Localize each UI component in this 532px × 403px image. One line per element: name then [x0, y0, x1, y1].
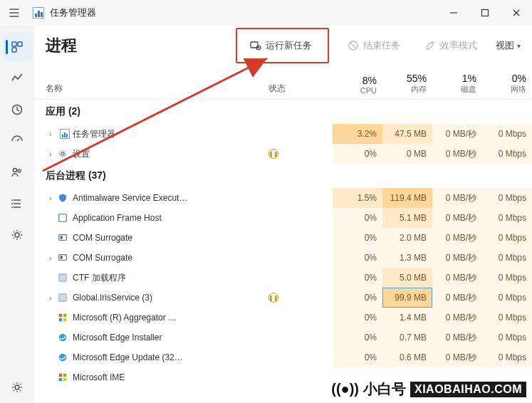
svg-rect-26	[59, 318, 62, 321]
col-mem[interactable]: 55% 内存	[382, 73, 432, 95]
broadcast-icon: ((●))	[331, 381, 359, 397]
rail-users[interactable]	[3, 158, 31, 187]
view-button[interactable]: 视图 ▾	[496, 39, 521, 52]
process-name: Global.IrisService (3)	[73, 293, 268, 303]
disk-cell: 0 MB/秒	[432, 208, 482, 228]
expand-caret[interactable]: ›	[46, 150, 56, 158]
process-icon	[57, 272, 68, 283]
col-disk[interactable]: 1% 磁盘	[432, 73, 482, 95]
net-cell: 0 Mbps	[482, 268, 532, 288]
svg-point-8	[11, 199, 13, 201]
col-cpu[interactable]: 8% CPU	[333, 75, 382, 95]
rail-processes[interactable]	[3, 33, 31, 61]
svg-point-12	[15, 385, 19, 389]
net-cell: 0 Mbps	[482, 188, 532, 208]
process-row[interactable]: ›COM Surrogate0%1.3 MB0 MB/秒0 Mbps	[34, 248, 532, 268]
col-net[interactable]: 0% 网络	[482, 73, 532, 95]
cpu-cell: 0%	[333, 144, 382, 164]
efficiency-label: 效率模式	[440, 39, 477, 52]
efficiency-mode-button[interactable]: 效率模式	[419, 36, 483, 55]
app-icon	[33, 7, 44, 19]
process-icon	[57, 332, 68, 343]
col-status-label[interactable]: 状态	[268, 83, 286, 93]
menu-button[interactable]	[0, 0, 28, 26]
svg-point-6	[14, 169, 17, 172]
process-icon	[57, 212, 68, 224]
leaf-icon	[424, 40, 436, 51]
watermark-logo: ((●)) 小白号 XIAOBAIHAO.COM	[331, 380, 526, 399]
process-row[interactable]: Microsoft Edge Update (32…0%0.6 MB0 MB/秒…	[34, 347, 532, 367]
cpu-cell: 0%	[333, 208, 382, 228]
disk-cell: 0 MB/秒	[432, 188, 482, 208]
svg-rect-1	[482, 10, 489, 16]
close-button[interactable]	[501, 0, 532, 26]
process-name: COM Surrogate	[73, 233, 268, 243]
process-icon	[57, 128, 68, 140]
cpu-cell: 3.2%	[333, 124, 382, 144]
annotation-highlight: 运行新任务	[236, 28, 329, 63]
svg-rect-21	[61, 256, 63, 258]
disk-cell: 0 MB/秒	[432, 288, 482, 308]
process-icon	[57, 372, 68, 383]
process-row[interactable]: ›Antimalware Service Execut…1.5%119.4 MB…	[34, 188, 532, 208]
rail-services[interactable]	[3, 221, 31, 249]
expand-caret[interactable]: ›	[46, 294, 56, 302]
svg-rect-27	[63, 318, 66, 321]
chevron-down-icon: ▾	[517, 42, 521, 50]
process-row[interactable]: Microsoft Edge Installer0%0.7 MB0 MB/秒0 …	[34, 328, 532, 347]
table-header: 名称 状态 8% CPU 55% 内存 1% 磁盘 0% 网络	[34, 66, 532, 100]
rail-settings[interactable]	[3, 373, 31, 402]
rail-details[interactable]	[3, 189, 31, 218]
svg-rect-2	[12, 42, 16, 46]
svg-point-10	[11, 206, 13, 208]
svg-rect-3	[18, 42, 22, 46]
net-cell: 0 Mbps	[482, 347, 532, 367]
page-title: 进程	[46, 35, 77, 56]
end-task-button[interactable]: 结束任务	[342, 36, 406, 55]
process-row[interactable]: ›任务管理器3.2%47.5 MB0 MB/秒0 Mbps	[34, 124, 532, 144]
cpu-cell: 0%	[333, 347, 382, 367]
run-task-icon	[250, 40, 261, 51]
process-status: ❚❚	[268, 293, 333, 303]
disk-cell: 0 MB/秒	[432, 347, 482, 367]
cpu-cell: 0%	[333, 248, 382, 268]
toolbar: 进程 运行新任务 结束任务	[34, 26, 532, 66]
svg-rect-17	[59, 214, 67, 222]
run-new-task-button[interactable]: 运行新任务	[244, 36, 318, 55]
svg-point-16	[61, 152, 64, 155]
rail-performance[interactable]	[3, 64, 31, 93]
net-cell: 0 Mbps	[482, 124, 532, 144]
rail-history[interactable]	[3, 95, 31, 124]
process-name: 设置	[73, 148, 268, 160]
col-name-label[interactable]: 名称	[46, 83, 268, 95]
minimize-button[interactable]	[438, 0, 469, 26]
process-row[interactable]: ›Global.IrisService (3)❚❚0%99.9 MB0 MB/秒…	[34, 288, 532, 308]
expand-caret[interactable]: ›	[46, 194, 56, 202]
process-name: Antimalware Service Execut…	[73, 193, 268, 203]
process-row[interactable]: Application Frame Host0%5.1 MB0 MB/秒0 Mb…	[34, 208, 532, 228]
net-cell: 0 Mbps	[482, 288, 532, 308]
mem-cell: 99.9 MB	[382, 288, 432, 308]
process-row[interactable]: COM Surrogate0%2.0 MB0 MB/秒0 Mbps	[34, 228, 532, 248]
process-row[interactable]: Microsoft (R) Aggregator …0%1.4 MB0 MB/秒…	[34, 308, 532, 328]
net-cell: 0 Mbps	[482, 144, 532, 164]
disk-cell: 0 MB/秒	[432, 124, 482, 144]
process-name: Microsoft Edge Update (32…	[73, 352, 268, 362]
process-status: ❚❚	[268, 149, 333, 159]
expand-caret[interactable]: ›	[46, 130, 56, 138]
mem-cell: 2.0 MB	[382, 228, 432, 248]
process-icon	[57, 148, 68, 159]
maximize-button[interactable]	[469, 0, 501, 26]
expand-caret[interactable]: ›	[46, 254, 56, 262]
nav-rail	[0, 26, 34, 403]
mem-cell: 47.5 MB	[382, 124, 432, 144]
process-row[interactable]: ›设置❚❚0%0 MB0 MB/秒0 Mbps	[34, 144, 532, 164]
rail-startup[interactable]	[3, 127, 31, 155]
process-row[interactable]: CTF 加载程序0%5.0 MB0 MB/秒0 Mbps	[34, 268, 532, 288]
group-header-apps: 应用 (2)	[34, 100, 532, 124]
svg-rect-22	[59, 274, 67, 282]
mem-cell: 0.6 MB	[382, 347, 432, 367]
net-cell: 0 Mbps	[482, 248, 532, 268]
svg-rect-25	[63, 314, 66, 317]
disk-cell: 0 MB/秒	[432, 268, 482, 288]
